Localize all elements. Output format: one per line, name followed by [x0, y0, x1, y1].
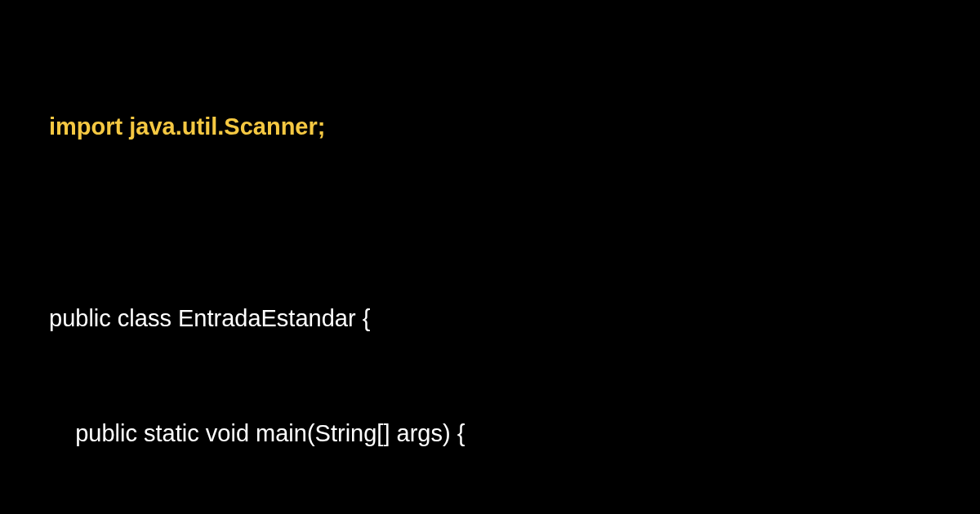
- code-text: public static void main(String[] args) {: [75, 420, 465, 446]
- code-block: import java.util.Scanner; public class E…: [49, 31, 931, 514]
- code-line: import java.util.Scanner;: [49, 108, 931, 146]
- code-line: public class EntradaEstandar {: [49, 299, 931, 338]
- code-line: public static void main(String[] args) {: [49, 414, 931, 453]
